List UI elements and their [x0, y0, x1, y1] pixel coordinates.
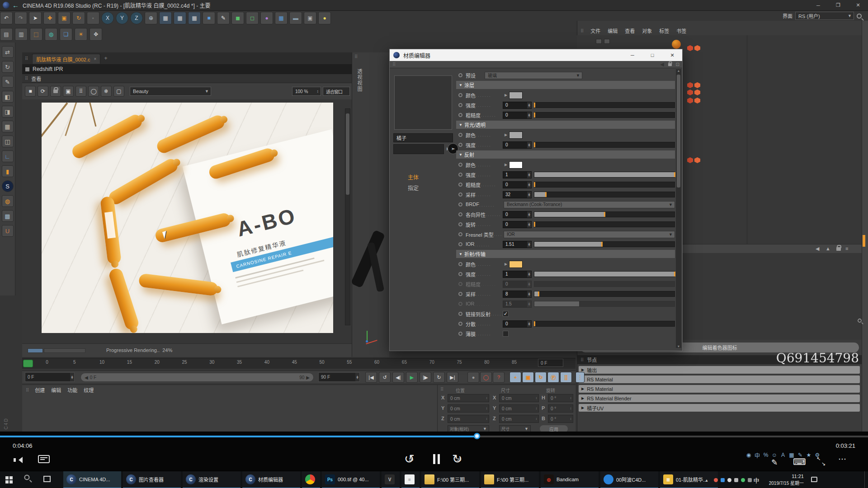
viewport-strip[interactable]: ⠿ 透视视图: [352, 52, 389, 357]
end-frame-field[interactable]: 90 F▲▼: [318, 372, 360, 382]
spinner-icon[interactable]: ↕: [534, 405, 538, 412]
undo-icon[interactable]: ↶: [0, 12, 13, 24]
close-button[interactable]: ✕: [662, 50, 682, 61]
range-left-arrow-icon[interactable]: ◀: [85, 375, 88, 380]
param-value-field[interactable]: 0▲▼: [503, 141, 532, 149]
shrink-icon[interactable]: ↖↘: [816, 458, 825, 465]
lock-icon[interactable]: [50, 86, 61, 97]
color-swatch[interactable]: [509, 161, 523, 169]
taskbar-app-材质编辑器[interactable]: C材质编辑器: [242, 471, 300, 488]
param-slider[interactable]: [534, 271, 675, 277]
tray-3-icon[interactable]: [726, 477, 732, 483]
color-swatch[interactable]: [509, 261, 523, 268]
nav-item-assign[interactable]: 指定: [408, 184, 419, 192]
drag-handle-icon[interactable]: ⠿: [25, 76, 28, 81]
anim-dot-icon[interactable]: [458, 113, 462, 117]
material-name-field[interactable]: 橘子: [393, 133, 453, 142]
spinner-icon[interactable]: ▲▼: [70, 373, 74, 381]
doc-1-icon[interactable]: ▤: [0, 28, 13, 41]
spinner-icon[interactable]: ▲▼: [527, 142, 531, 148]
node-item[interactable]: ▶RS Material Blender: [579, 394, 860, 402]
sun-icon[interactable]: ☀: [75, 28, 87, 41]
start-button[interactable]: [5, 476, 9, 479]
expand-icon[interactable]: ▶: [505, 262, 507, 266]
render-queue-icon[interactable]: ▦: [188, 12, 201, 24]
param-value-field[interactable]: 0▲▼: [503, 211, 532, 218]
corner-icon[interactable]: ∟: [2, 150, 14, 162]
coord-field[interactable]: 0 °↕: [548, 415, 573, 423]
minimize-button[interactable]: ─: [808, 0, 828, 10]
minimize-button[interactable]: ─: [623, 50, 642, 61]
expand-icon[interactable]: ▶: [581, 406, 584, 410]
clock[interactable]: 11:21 2019/7/15 星期一: [764, 473, 804, 487]
close-button[interactable]: ✕: [848, 0, 868, 10]
taskbar-app-F:\00 第三期...[interactable]: F:\00 第三期...: [421, 471, 479, 488]
preview-shape-dropdown[interactable]: ▶: [393, 144, 444, 154]
goto-start-button[interactable]: |◀: [365, 372, 377, 383]
anim-dot-icon[interactable]: [458, 202, 462, 206]
y-axis-lock-icon[interactable]: Y: [116, 12, 128, 24]
pen-icon[interactable]: ✎: [2, 76, 14, 88]
taskbar-app-000.tif @ 40...[interactable]: Ps000.tif @ 40...: [322, 471, 380, 488]
slider-marker[interactable]: [534, 103, 535, 108]
danmaku-icon[interactable]: [38, 455, 50, 463]
param-slider[interactable]: [534, 182, 675, 188]
anim-dot-icon[interactable]: [458, 282, 462, 286]
task-view-icon[interactable]: [43, 476, 51, 482]
color-swatch[interactable]: [509, 131, 523, 139]
anim-dot-icon[interactable]: [458, 262, 462, 266]
param-slider[interactable]: [534, 241, 675, 247]
share-icon[interactable]: %: [762, 451, 769, 459]
expand-icon[interactable]: ▶: [505, 133, 507, 137]
anim-dot-icon[interactable]: [458, 173, 462, 177]
section-header-1[interactable]: ▼背光/透明: [456, 121, 675, 129]
material-editor-scrollbar[interactable]: ▲ ▼: [676, 69, 681, 348]
slider-marker[interactable]: [534, 222, 535, 227]
param-value-field[interactable]: 1.5▲▼: [503, 300, 532, 308]
drag-handle-icon[interactable]: ⠿: [26, 388, 28, 393]
tray-4-icon[interactable]: [733, 477, 739, 483]
anim-dot-icon[interactable]: [458, 163, 462, 167]
tray-6-icon[interactable]: [746, 477, 753, 483]
spinner-icon[interactable]: ▲▼: [527, 211, 531, 218]
spinner-icon[interactable]: ▲▼: [527, 102, 531, 108]
spline-pen-icon[interactable]: ✎: [217, 12, 230, 24]
node-item[interactable]: ▶RS Material: [579, 385, 860, 393]
param-value-field[interactable]: 0▲▼: [503, 112, 532, 119]
coord-system-icon[interactable]: ⊕: [145, 12, 157, 24]
play-button[interactable]: ▶: [406, 372, 418, 383]
timeline-ruler[interactable]: 051015202530354045505560657075808590: [22, 358, 576, 369]
param-slider[interactable]: [534, 112, 675, 118]
param-dropdown[interactable]: Beckmann (Cook-Torrance)▼: [504, 201, 675, 208]
drag-handle-icon[interactable]: ⠿: [392, 62, 395, 67]
region-icon[interactable]: ◯: [88, 86, 99, 97]
param-value-field[interactable]: 8▲▼: [503, 291, 532, 298]
param-slider[interactable]: [534, 192, 675, 197]
render-pass-dropdown[interactable]: Beauty ▼: [130, 87, 211, 96]
next-frame-button[interactable]: |▶: [420, 372, 431, 383]
anim-dot-icon[interactable]: [458, 192, 462, 197]
up-icon[interactable]: ▲: [826, 246, 830, 251]
record-keyframe-button[interactable]: ●: [467, 372, 479, 383]
pin-icon[interactable]: ⊡: [676, 62, 679, 67]
slider-marker[interactable]: [601, 242, 603, 247]
om-menu-查看[interactable]: 查看: [625, 27, 635, 34]
taskbar-app-00阿波C4D...[interactable]: 00阿波C4D...: [600, 471, 658, 488]
redo-icon[interactable]: ↷: [14, 12, 27, 24]
record-scale-toggle[interactable]: ▣: [522, 372, 534, 383]
render-settings-icon[interactable]: ▦: [174, 12, 186, 24]
goto-end-button[interactable]: ▶|: [447, 372, 458, 383]
render-view-icon[interactable]: ▦: [159, 12, 172, 24]
param-slider[interactable]: [534, 211, 675, 217]
spinner-icon[interactable]: ▲▼: [527, 172, 531, 178]
coord-field[interactable]: 0 °↕: [548, 394, 573, 402]
spinner-icon[interactable]: ▲▼: [527, 192, 531, 198]
spinner-icon[interactable]: ↕: [485, 394, 489, 402]
param-slider[interactable]: [534, 301, 675, 307]
redshift-material-icon[interactable]: [672, 40, 681, 49]
taskbar-app[interactable]: ≡: [401, 471, 420, 488]
taskbar-app-渲染设置[interactable]: C渲染设置: [183, 471, 241, 488]
more-icon[interactable]: ⋯: [838, 454, 847, 464]
sync-icon[interactable]: ⟳: [38, 86, 48, 97]
expand-icon[interactable]: ▶: [505, 163, 507, 167]
